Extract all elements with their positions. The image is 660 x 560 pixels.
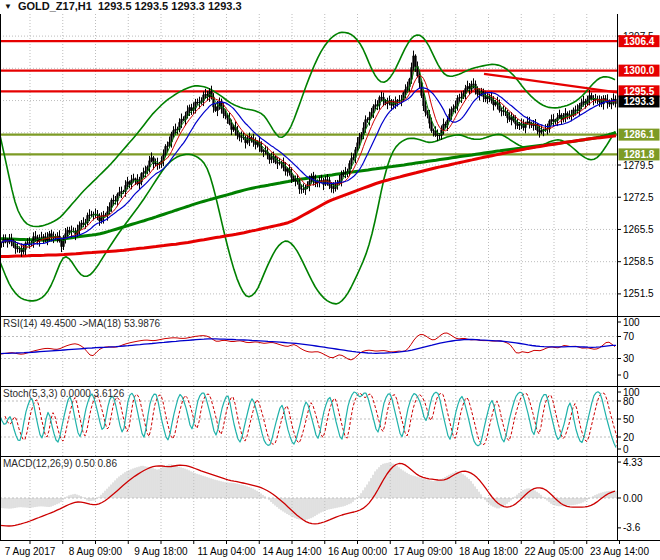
time-axis-label: 18 Aug 18:00	[459, 546, 518, 557]
macd-tick-label: -3.6	[623, 522, 641, 533]
price-tick-label: 1272.5	[623, 192, 654, 203]
chart-ohlc-quote: 1293.5 1293.5 1293.3 1293.3	[98, 0, 242, 12]
stoch-tick-label: 80	[623, 396, 635, 407]
time-axis-label: 23 Aug 14:00	[590, 546, 649, 557]
rsi-tick-label: 70	[623, 331, 635, 342]
rsi-tick-label: 0	[623, 370, 629, 381]
time-axis-label: 16 Aug 00:00	[328, 546, 387, 557]
fast-ma-green	[2, 67, 616, 250]
rsi-tick-label: 100	[623, 317, 640, 328]
rsi-indicator-label: RSI(14) 49.4500 ->MA(18) 53.9876	[3, 318, 160, 329]
stoch-indicator-label: Stoch(5,3,3) 0.0000 3.6126	[3, 388, 124, 399]
price-tick-label: 1258.5	[623, 256, 654, 267]
stoch-main-line	[0, 392, 616, 448]
price-tick-label: 1251.5	[623, 288, 654, 299]
time-axis-canvas: 7 Aug 20178 Aug 09:009 Aug 18:0011 Aug 0…	[0, 540, 660, 560]
stoch-tick-label: 0	[623, 444, 629, 455]
time-axis-label: 8 Aug 09:00	[69, 546, 123, 557]
chart-symbol-title: GOLD_Z17,H1	[18, 0, 92, 12]
time-axis-label: 17 Aug 09:00	[394, 546, 453, 557]
price-tick-label: 1265.5	[623, 224, 654, 235]
main-chart-canvas[interactable]: 1307.51279.51272.51265.51258.51251.51306…	[0, 14, 660, 316]
fast-ma-red	[2, 76, 616, 248]
macd-tick-label: 4.33	[623, 457, 643, 468]
resistance-level-label-text: 1300.0	[624, 65, 655, 76]
time-axis-label: 9 Aug 18:00	[134, 546, 188, 557]
rsi-line	[0, 333, 615, 360]
price-tick-label: 1279.5	[623, 160, 654, 171]
time-axis: 7 Aug 20178 Aug 09:009 Aug 18:0011 Aug 0…	[0, 540, 660, 560]
current-price-label-text: 1293.3	[624, 96, 655, 107]
time-axis-label: 11 Aug 04:00	[197, 546, 256, 557]
support-level-label-text: 1281.8	[624, 149, 655, 160]
stoch-tick-label: 50	[623, 414, 635, 425]
chart-dropdown-icon[interactable]: ▼	[0, 2, 12, 11]
chart-header: ▼GOLD_Z17,H11293.5 1293.5 1293.3 1293.3	[0, 0, 660, 14]
descending-trendline	[484, 74, 617, 93]
resistance-level-label-text: 1306.4	[624, 36, 655, 47]
time-axis-label: 14 Aug 14:00	[263, 546, 322, 557]
macd-histogram	[1, 463, 617, 521]
bollinger-lower-band	[0, 132, 615, 304]
macd-indicator-label: MACD(12,26,9) 0.50 0.86	[3, 458, 117, 469]
time-axis-label: 22 Aug 05:00	[525, 546, 584, 557]
macd-tick-label: 0.00	[623, 493, 643, 504]
time-axis-label: 7 Aug 2017	[5, 546, 56, 557]
support-level-label-text: 1286.1	[624, 129, 655, 140]
rsi-tick-label: 30	[623, 353, 635, 364]
fast-ma-blue	[2, 88, 616, 245]
main-chart-panel: 1307.51279.51272.51265.51258.51251.51306…	[0, 14, 660, 316]
trading-chart-window: ▼GOLD_Z17,H11293.5 1293.5 1293.3 1293.3 …	[0, 0, 660, 560]
stoch-tick-label: 20	[623, 432, 635, 443]
